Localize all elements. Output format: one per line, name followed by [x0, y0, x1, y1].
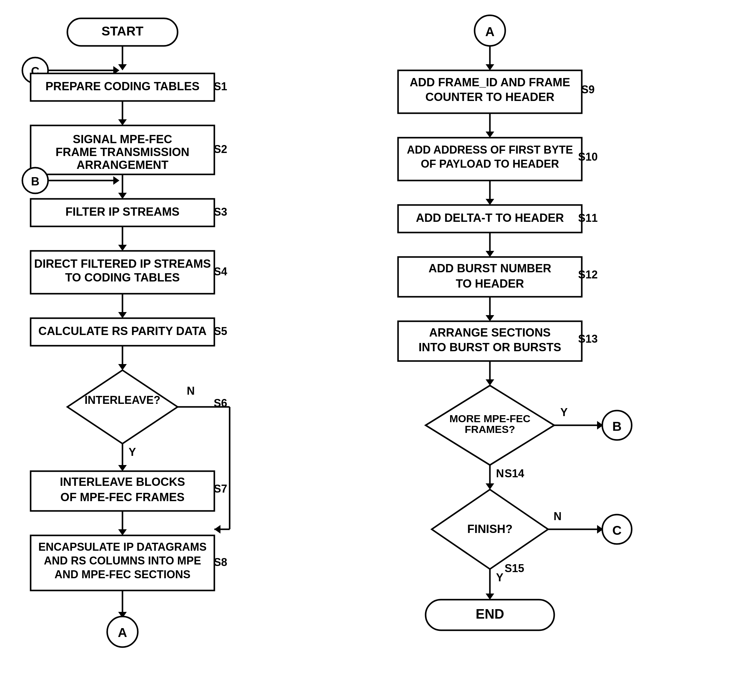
s3-label: FILTER IP STREAMS	[66, 205, 180, 218]
s8-label-2: AND RS COLUMNS INTO MPE	[44, 554, 201, 567]
svg-marker-12	[113, 176, 119, 185]
s13-step: S13	[578, 332, 598, 345]
n-label-s14: N	[496, 467, 504, 480]
end-label: END	[476, 606, 504, 621]
svg-marker-46	[486, 199, 494, 205]
svg-marker-14	[118, 193, 127, 199]
s13-label-1: ARRANGE SECTIONS	[429, 326, 551, 339]
s4-label-1: DIRECT FILTERED IP STREAMS	[34, 257, 211, 270]
svg-marker-40	[486, 64, 494, 71]
s13-label-2: INTO BURST OR BURSTS	[419, 341, 561, 354]
s12-label-2: TO HEADER	[455, 277, 524, 290]
n-label-s6: N	[187, 385, 195, 397]
s4-step: S4	[214, 265, 227, 278]
svg-marker-49	[486, 251, 494, 257]
c-connector-right: C	[612, 523, 622, 538]
svg-marker-2	[118, 64, 127, 71]
s5-label: CALCULATE RS PARITY DATA	[38, 325, 207, 337]
s12-label-1: ADD BURST NUMBER	[428, 262, 551, 275]
s14-label-2: FRAMES?	[465, 424, 515, 435]
y-label-s14: Y	[560, 406, 567, 419]
s14-label-1: MORE MPE-FEC	[450, 413, 530, 424]
s8-step: S8	[214, 556, 227, 568]
s14-step: S14	[505, 467, 524, 480]
s7-label-1: INTERLEAVE BLOCKS	[60, 475, 185, 488]
svg-marker-20	[118, 312, 127, 318]
s9-step: S9	[581, 83, 595, 96]
s5-step: S5	[214, 325, 227, 337]
s1-label: PREPARE CODING TABLES	[45, 80, 199, 93]
svg-marker-67	[486, 594, 494, 600]
svg-marker-55	[486, 379, 494, 385]
s12-step: S12	[578, 268, 598, 281]
s8-label-3: AND MPE-FEC SECTIONS	[55, 568, 190, 581]
s15-step: S15	[505, 562, 524, 575]
svg-marker-8	[118, 119, 127, 125]
s9-label-2: COUNTER TO HEADER	[425, 91, 554, 103]
svg-marker-33	[118, 529, 127, 535]
s2-label-1: SIGNAL MPE-FEC	[73, 133, 172, 146]
s3-step: S3	[214, 206, 227, 218]
n-label-s15: N	[554, 510, 562, 522]
svg-marker-52	[486, 315, 494, 321]
s10-label-1: ADD ADDRESS OF FIRST BYTE	[407, 144, 573, 156]
b-connector-left: B	[31, 175, 39, 188]
s10-step: S10	[578, 150, 598, 163]
s4-label-2: TO CODING TABLES	[65, 271, 180, 284]
b-connector-right: B	[612, 419, 622, 434]
svg-marker-17	[118, 245, 127, 251]
svg-marker-24	[67, 370, 178, 444]
s11-step: S11	[578, 212, 598, 224]
s2-label-2: FRAME TRANSMISSION	[56, 146, 190, 159]
s10-label-2: OF PAYLOAD TO HEADER	[421, 157, 559, 170]
s6-label: INTERLEAVE?	[84, 394, 160, 406]
svg-marker-30	[118, 465, 127, 471]
s11-label: ADD DELTA-T TO HEADER	[416, 212, 564, 224]
s2-label-3: ARRANGEMENT	[77, 159, 168, 171]
svg-marker-43	[486, 132, 494, 138]
a-connector-left: A	[118, 625, 127, 640]
s7-step: S7	[214, 482, 227, 495]
s2-step: S2	[214, 143, 227, 156]
s7-label-2: OF MPE-FEC FRAMES	[60, 491, 184, 504]
y-label-s6: Y	[128, 446, 136, 458]
a-connector-right: A	[485, 25, 494, 39]
s9-label-1: ADD FRAME_ID AND FRAME	[410, 76, 570, 89]
start-label: START	[102, 24, 144, 38]
s15-label: FINISH?	[467, 522, 513, 535]
s1-step: S1	[214, 80, 227, 93]
s8-label-1: ENCAPSULATE IP DATAGRAMS	[38, 541, 206, 553]
y-label-s15: Y	[496, 571, 503, 584]
svg-marker-28	[214, 525, 220, 534]
